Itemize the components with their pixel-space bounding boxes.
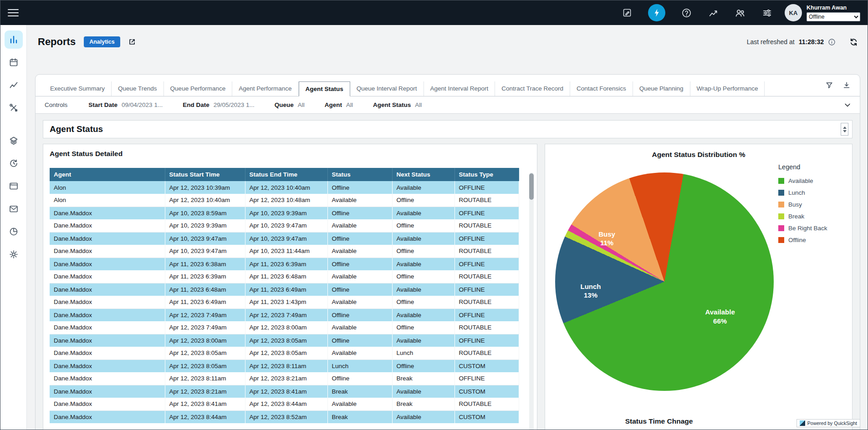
sidebar-item-analytics[interactable]	[5, 223, 23, 241]
sidebar-item-reports[interactable]	[5, 30, 23, 49]
table-cell: Apr 11, 2023 1:43pm	[245, 296, 327, 309]
table-row[interactable]: AlonApr 12, 2023 10:39amApr 12, 2023 10:…	[50, 181, 519, 194]
table-row[interactable]: Dane.MaddoxApr 12, 2023 8:11amApr 12, 20…	[50, 372, 519, 385]
table-cell: Available	[392, 410, 454, 423]
sidebar-item-history[interactable]	[5, 154, 23, 172]
table-row[interactable]: Dane.MaddoxApr 12, 2023 8:41amApr 12, 20…	[50, 398, 519, 410]
last-refreshed-time: 11:28:32	[799, 38, 824, 46]
user-status-select[interactable]: Offline	[807, 12, 860, 21]
tab-queue-planning[interactable]: Queue Planning	[633, 81, 690, 96]
legend-item-be-right-back[interactable]: Be Right Back	[778, 225, 827, 232]
sliders-icon[interactable]	[761, 7, 773, 19]
refresh-icon[interactable]	[849, 37, 858, 47]
table-row[interactable]: Dane.MaddoxApr 10, 2023 8:59amApr 10, 20…	[50, 207, 519, 219]
notepad-icon[interactable]	[621, 7, 633, 19]
legend-swatch-icon	[778, 213, 784, 219]
tab-agent-performance[interactable]: Agent Performance	[232, 81, 298, 96]
tab-agent-interval-report[interactable]: Agent Interval Report	[424, 81, 495, 96]
table-row[interactable]: Dane.MaddoxApr 11, 2023 6:39amApr 11, 20…	[50, 270, 519, 283]
tab-contact-forensics[interactable]: Contact Forensics	[570, 81, 633, 96]
table-row[interactable]: Dane.MaddoxApr 11, 2023 6:48amApr 11, 20…	[50, 283, 519, 296]
avatar[interactable]: KA	[785, 4, 802, 21]
download-icon[interactable]	[842, 81, 851, 89]
line-chart-icon[interactable]	[707, 7, 719, 19]
table-cell: ROUTABLE	[454, 245, 519, 258]
analytics-badge[interactable]: Analytics	[84, 36, 120, 47]
sidebar-item-settings[interactable]	[5, 245, 23, 263]
history-icon	[9, 158, 19, 168]
filter-agent[interactable]: AgentAll	[325, 101, 353, 108]
table-row[interactable]: Dane.MaddoxApr 10, 2023 9:47amApr 10, 20…	[50, 245, 519, 258]
chevron-down-icon[interactable]	[843, 101, 852, 109]
table-cell: Dane.Maddox	[50, 321, 165, 334]
filter-value: All	[415, 101, 422, 108]
table-cell: Apr 12, 2023 8:21am	[165, 385, 245, 398]
users-icon[interactable]	[734, 7, 746, 19]
table-cell: Apr 11, 2023 6:39am	[245, 258, 327, 270]
tab-queue-trends[interactable]: Queue Trends	[112, 81, 164, 96]
legend-label: Busy	[788, 201, 802, 208]
table-row[interactable]: Dane.MaddoxApr 12, 2023 8:05amApr 12, 20…	[50, 359, 519, 372]
table-row[interactable]: Dane.MaddoxApr 10, 2023 9:39amApr 10, 20…	[50, 219, 519, 232]
lightning-icon[interactable]	[648, 4, 665, 21]
filter-queue[interactable]: QueueAll	[275, 101, 305, 108]
table-cell: ROUTABLE	[454, 194, 519, 207]
column-agent[interactable]: Agent	[50, 168, 165, 181]
table-cell: Apr 10, 2023 11:44am	[245, 245, 327, 258]
column-status-start-time[interactable]: Status Start Time	[165, 168, 245, 181]
tab-agent-status[interactable]: Agent Status	[299, 81, 350, 96]
table-row[interactable]: Dane.MaddoxApr 12, 2023 7:49amApr 12, 20…	[50, 309, 519, 321]
sidebar-item-routing[interactable]	[5, 132, 23, 150]
filter-agent-status[interactable]: Agent StatusAll	[373, 101, 422, 108]
column-status-type[interactable]: Status Type	[454, 168, 519, 181]
legend-item-offline[interactable]: Offline	[778, 237, 827, 243]
column-status[interactable]: Status	[327, 168, 392, 181]
status-time-change-title: Status Time Chnage	[625, 417, 693, 425]
table-row[interactable]: AlonApr 12, 2023 10:40amApr 12, 2023 10:…	[50, 194, 519, 207]
table-cell: OFFLINE	[454, 334, 519, 347]
tab-queue-interval-report[interactable]: Queue Interval Report	[350, 81, 424, 96]
tab-contract-trace-record[interactable]: Contract Trace Record	[495, 81, 570, 96]
tab-wrap-up-performance[interactable]: Wrap-Up Performance	[690, 81, 765, 96]
table-row[interactable]: Dane.MaddoxApr 12, 2023 8:00amApr 12, 20…	[50, 334, 519, 347]
table-row[interactable]: Dane.MaddoxApr 10, 2023 9:47amApr 10, 20…	[50, 232, 519, 245]
powered-by-quicksight-badge[interactable]: Powered by QuickSight	[797, 419, 860, 427]
sidebar-item-messages[interactable]	[5, 200, 23, 218]
sidebar-item-workspace[interactable]	[5, 177, 23, 195]
tab-queue-performance[interactable]: Queue Performance	[164, 81, 233, 96]
info-icon[interactable]	[828, 38, 836, 46]
scrollbar-thumb[interactable]	[529, 173, 534, 200]
table-row[interactable]: Dane.MaddoxApr 12, 2023 8:05amApr 12, 20…	[50, 347, 519, 359]
legend-item-available[interactable]: Available	[778, 177, 827, 184]
tab-executive-summary[interactable]: Executive Summary	[44, 81, 112, 96]
table-row[interactable]: Dane.MaddoxApr 12, 2023 8:44amApr 12, 20…	[50, 410, 519, 423]
filter-end-date[interactable]: End Date29/05/2023 1...	[183, 101, 255, 108]
table-row[interactable]: Dane.MaddoxApr 12, 2023 7:49amApr 12, 20…	[50, 321, 519, 334]
filter-icon[interactable]	[825, 81, 833, 89]
sidebar-item-tools[interactable]	[5, 99, 23, 117]
column-status-end-time[interactable]: Status End Time	[245, 168, 327, 181]
table-cell: Available	[327, 321, 392, 334]
table-row[interactable]: Dane.MaddoxApr 11, 2023 6:49amApr 11, 20…	[50, 296, 519, 309]
table-cell: Available	[327, 219, 392, 232]
sidebar-item-schedule[interactable]	[5, 53, 23, 71]
column-next-status[interactable]: Next Status	[392, 168, 454, 181]
sidebar-item-metrics[interactable]	[5, 76, 23, 94]
table-cell: Apr 12, 2023 8:44am	[165, 410, 245, 423]
legend-item-lunch[interactable]: Lunch	[778, 189, 827, 196]
bar-chart-icon	[9, 35, 19, 45]
section-stepper[interactable]	[841, 123, 848, 136]
table-cell: Dane.Maddox	[50, 410, 165, 423]
filter-start-date[interactable]: Start Date09/04/2023 1...	[88, 101, 163, 108]
pie-chart[interactable]: Available 66%Lunch 13%Busy 11%	[555, 172, 774, 391]
external-link-icon[interactable]	[128, 37, 137, 46]
table-cell: Apr 12, 2023 8:00am	[245, 321, 327, 334]
legend-item-break[interactable]: Break	[778, 213, 827, 220]
help-icon[interactable]	[680, 7, 692, 19]
hamburger-menu-icon[interactable]	[8, 7, 19, 19]
table-scrollbar[interactable]	[529, 172, 534, 430]
table-row[interactable]: Dane.MaddoxApr 12, 2023 8:21amApr 12, 20…	[50, 385, 519, 398]
legend-item-busy[interactable]: Busy	[778, 201, 827, 208]
table-cell: Apr 12, 2023 8:05am	[245, 347, 327, 359]
table-row[interactable]: Dane.MaddoxApr 11, 2023 6:38amApr 11, 20…	[50, 258, 519, 270]
